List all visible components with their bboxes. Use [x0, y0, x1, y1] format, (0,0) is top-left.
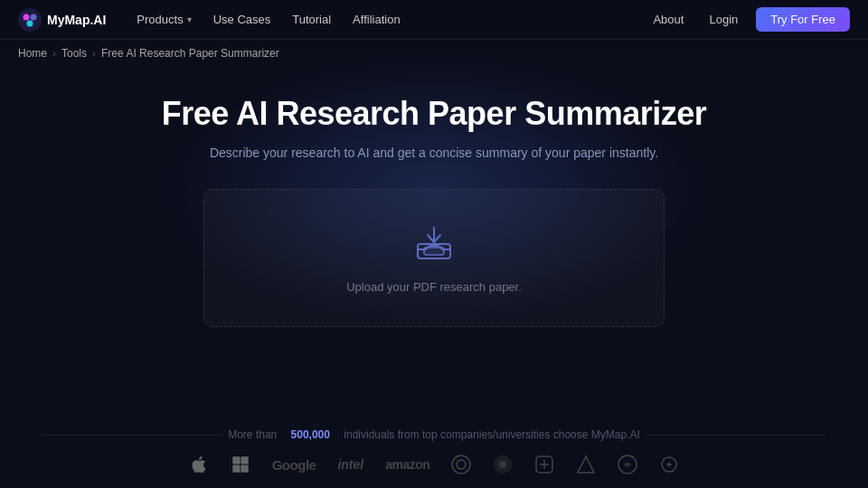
navbar: MyMap.AI Products ▾ Use Cases Tutorial A…	[0, 0, 868, 40]
partner-logos: Google intel amazon	[189, 454, 680, 475]
partners-line-right	[646, 435, 826, 436]
page-subtitle: Describe your research to AI and get a c…	[210, 145, 658, 160]
main-content: Free AI Research Paper Summarizer Descri…	[0, 67, 868, 327]
nav-tutorial[interactable]: Tutorial	[283, 9, 340, 30]
partners-line-left	[42, 435, 222, 436]
upload-icon	[413, 222, 455, 264]
google-logo: Google	[272, 454, 316, 475]
partners-text: More than 500,000 individuals from top c…	[18, 428, 850, 441]
nav-logo-text: MyMap.AI	[47, 13, 106, 27]
amazon-logo: amazon	[385, 454, 429, 475]
partner-logo-5	[618, 454, 637, 475]
microsoft-logo	[231, 454, 250, 475]
upload-box[interactable]: Upload your PDF research paper.	[203, 189, 665, 327]
svg-point-12	[499, 461, 506, 468]
nav-affiliation[interactable]: Affiliation	[344, 9, 410, 30]
nav-logo[interactable]: MyMap.AI	[18, 8, 106, 32]
breadcrumb-tools[interactable]: Tools	[61, 47, 87, 60]
try-free-button[interactable]: Try For Free	[756, 7, 850, 32]
partner-logo-2	[493, 454, 513, 475]
breadcrumb-current: Free AI Research Paper Summarizer	[101, 47, 279, 60]
nav-right: About Login Try For Free	[646, 7, 850, 32]
partners-text-before: More than	[228, 428, 277, 441]
chevron-down-icon: ▾	[187, 14, 192, 24]
partners-text-after: individuals from top companies/universit…	[344, 428, 639, 441]
svg-point-9	[452, 455, 470, 474]
upload-icon-wrap	[413, 222, 455, 267]
partner-logo-3	[534, 454, 554, 475]
svg-point-10	[457, 460, 466, 469]
nav-links: Products ▾ Use Cases Tutorial Affiliatio…	[127, 9, 646, 30]
breadcrumb: Home › Tools › Free AI Research Paper Su…	[0, 40, 868, 67]
partner-logo-6	[659, 454, 679, 475]
breadcrumb-home[interactable]: Home	[18, 47, 47, 60]
upload-label: Upload your PDF research paper.	[346, 280, 522, 294]
svg-point-2	[31, 14, 37, 20]
intel-logo: intel	[337, 454, 363, 475]
nav-use-cases[interactable]: Use Cases	[204, 9, 280, 30]
partners-highlight: 500,000	[291, 428, 330, 441]
breadcrumb-sep-1: ›	[52, 47, 56, 60]
partners-section: More than 500,000 individuals from top c…	[0, 418, 868, 488]
breadcrumb-sep-2: ›	[92, 47, 96, 60]
nav-login[interactable]: Login	[702, 9, 745, 30]
partner-logo-4	[576, 454, 596, 475]
svg-point-1	[24, 14, 30, 20]
svg-marker-14	[578, 456, 594, 473]
svg-point-3	[27, 20, 33, 26]
mymap-logo-icon	[18, 8, 42, 32]
apple-logo	[189, 454, 209, 475]
svg-point-0	[18, 8, 42, 32]
nav-products[interactable]: Products ▾	[127, 9, 200, 30]
partner-logo-1	[451, 454, 471, 475]
nav-about[interactable]: About	[646, 9, 691, 30]
page-title: Free AI Research Paper Summarizer	[162, 94, 706, 133]
